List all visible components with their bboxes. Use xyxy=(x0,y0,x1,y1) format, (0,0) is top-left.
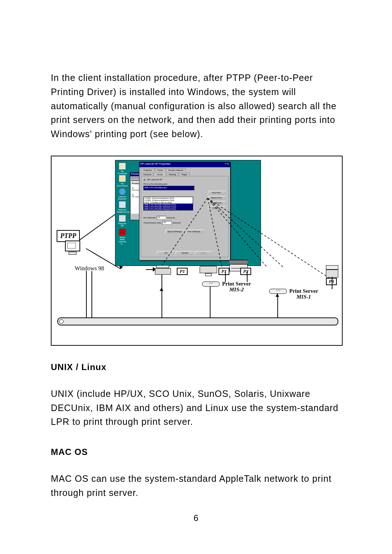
bus-drop-line xyxy=(162,275,162,317)
port-button-column: Add Port... Delete Port... New Driver...… xyxy=(208,191,226,210)
arrow-up-icon xyxy=(160,288,163,291)
capture-button: Capture... xyxy=(208,206,226,210)
properties-titlebar: HP LaserJet 4P Properties ? ✕ xyxy=(139,162,230,167)
tab-paper: Paper xyxy=(179,173,190,176)
diagram-figure: My Computer My Documents Internet Explor… xyxy=(51,156,343,346)
tab-general: General xyxy=(141,173,154,176)
printer-mis1-p3-icon xyxy=(326,265,338,278)
tab-sharing: Sharing xyxy=(166,173,179,176)
tab-fonts: Fonts xyxy=(155,168,166,172)
seconds-unit: seconds xyxy=(167,216,175,218)
print-server-2-box-icon xyxy=(202,282,220,287)
bus-drop-line xyxy=(91,271,92,317)
not-selected-value: 15 xyxy=(157,216,166,219)
trans-retry-value: 45 xyxy=(162,221,172,225)
intro-paragraph: In the client installation procedure, af… xyxy=(51,71,341,141)
seconds-unit: seconds xyxy=(172,221,180,223)
desktop-icon-my-computer: My Computer xyxy=(117,163,128,175)
heading-unix-linux: UNIX / Linux xyxy=(51,362,341,372)
bus-drop-line xyxy=(86,271,87,317)
page: In the client installation procedure, af… xyxy=(0,0,392,554)
port-label-p2: P2 xyxy=(240,268,251,275)
windows-98-label: Windows 98 xyxy=(75,265,104,272)
desktop-icon-recycle: Recycle Bin xyxy=(117,215,128,227)
port-combobox: MIS-1-P1 (PrintServer) xyxy=(143,186,195,190)
new-driver-button: New Driver... xyxy=(208,201,226,205)
timeout-row-2: Transmission retry: 45 seconds xyxy=(143,221,226,225)
printer-name-row: 🖨 HP LaserJet 4P xyxy=(143,178,226,181)
desktop-icon-ie: Internet Explorer xyxy=(117,188,128,200)
port-field-label: Print to the following port: xyxy=(143,183,226,185)
bus-drop-line xyxy=(277,294,278,317)
tabs-row-1: Graphics Fonts Device Options xyxy=(139,168,230,172)
bus-drop-line xyxy=(210,286,211,317)
port-label-p1-a: P1 xyxy=(177,268,188,275)
printer-drop-line xyxy=(247,271,248,282)
apply-button: Apply xyxy=(195,251,213,255)
tab-graphics: Graphics xyxy=(141,168,155,172)
trans-retry-label: Transmission retry: xyxy=(143,221,162,223)
client-computer-icon xyxy=(65,241,80,253)
print-server-1-label: Print Server MIS-1 xyxy=(289,288,318,300)
arrow-up-icon xyxy=(275,294,279,297)
port-option-selected: MIS-2-P1 (PrintSir Network Port) xyxy=(144,208,193,210)
desktop-icon-my-documents: My Documents xyxy=(117,175,128,187)
printer-drop-line xyxy=(332,277,332,289)
timeout-row-1: Not selected: 15 seconds xyxy=(143,216,226,219)
printer-mis2-p1-icon xyxy=(155,265,170,275)
page-number: 6 xyxy=(0,513,392,523)
spool-settings-button: Spool Settings... xyxy=(166,230,185,233)
cancel-button: Cancel xyxy=(176,251,194,255)
window-controls-icon: ? ✕ xyxy=(225,163,229,167)
port-dropdown-list: COM1: (Communications Port) COM2: (Commu… xyxy=(143,197,193,210)
printer-properties-window: HP LaserJet 4P Properties ? ✕ Graphics F… xyxy=(139,162,230,260)
printer-icon: 🖨 xyxy=(143,178,146,181)
ok-button: OK xyxy=(157,251,175,255)
delete-port-button: Delete Port... xyxy=(208,196,226,200)
not-selected-label: Not selected: xyxy=(143,216,156,218)
windows-desktop-screenshot: My Computer My Documents Internet Explor… xyxy=(115,160,261,266)
mac-paragraph: MAC OS can use the system-standard Apple… xyxy=(51,472,341,500)
desktop-icon-msn: Setup MSN Internet A... xyxy=(117,229,128,245)
properties-content: 🖨 HP LaserJet 4P Print to the following … xyxy=(141,176,229,257)
printer-mis1-p1-icon xyxy=(200,266,216,276)
tab-device-options: Device Options xyxy=(166,168,186,172)
port-label-p1-b: P1 xyxy=(219,268,229,275)
settings-button-row: Spool Settings... Port Settings... xyxy=(143,230,226,233)
tabs-row-2: General Details Sharing Paper xyxy=(139,173,230,176)
properties-title-text: HP LaserJet 4P Properties xyxy=(140,163,171,167)
unix-paragraph: UNIX (include HP/UX, SCO Unix, SunOS, So… xyxy=(51,387,341,429)
printer-drop-line xyxy=(225,271,226,282)
ok-cancel-row: OK Cancel Apply xyxy=(141,251,228,255)
svg-line-5 xyxy=(80,214,115,240)
port-settings-button: Port Settings... xyxy=(186,230,204,233)
network-bus xyxy=(57,317,338,325)
add-port-button: Add Port... xyxy=(208,191,226,194)
print-server-1-box-icon xyxy=(269,289,287,294)
printer-name-text: HP LaserJet 4P xyxy=(147,178,162,181)
heading-mac-os: MAC OS xyxy=(51,447,341,457)
print-server-2-label: Print Server MIS-2 xyxy=(222,281,251,293)
desktop-icon-network: Network Neighborhood xyxy=(117,201,128,213)
tab-details: Details xyxy=(154,173,166,176)
